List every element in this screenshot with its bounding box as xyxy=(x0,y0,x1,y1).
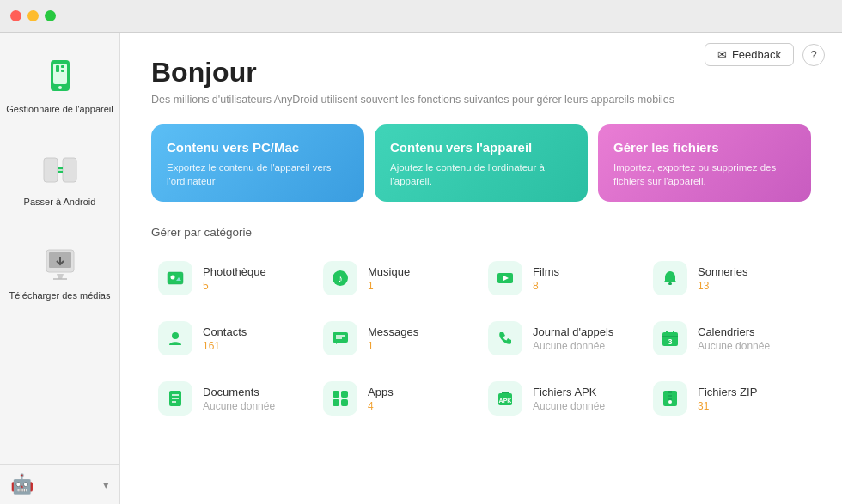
help-button[interactable]: ? xyxy=(802,44,825,66)
category-count-calendar: Aucune donnée xyxy=(698,340,770,352)
category-name-photos: Photothèque xyxy=(203,265,266,278)
sidebar-item-device-manager-label: Gestionnaire de l'appareil xyxy=(6,103,113,115)
category-name-music: Musique xyxy=(368,265,410,278)
category-name-calendar: Calendriers xyxy=(698,325,770,338)
category-item-zip[interactable]: Fichiers ZIP31 xyxy=(646,373,811,424)
sidebar-item-device-manager[interactable]: Gestionnaire de l'appareil xyxy=(0,50,119,122)
svg-rect-6 xyxy=(44,158,58,182)
category-name-documents: Documents xyxy=(203,386,275,398)
category-info-apps: Apps4 xyxy=(368,386,394,412)
calendar-icon: 3 xyxy=(653,321,687,355)
category-item-contacts[interactable]: Contacts161 xyxy=(151,313,316,364)
category-count-messages: 1 xyxy=(368,340,418,352)
category-item-documents[interactable]: DocumentsAucune donnée xyxy=(151,373,316,424)
photos-icon xyxy=(158,261,192,295)
svg-point-2 xyxy=(58,86,62,89)
switch-android-icon xyxy=(40,149,81,191)
category-info-zip: Fichiers ZIP31 xyxy=(698,386,757,412)
contacts-icon xyxy=(158,321,192,355)
category-name-apk: Fichiers APK xyxy=(533,386,605,398)
sidebar-item-switch-android-label: Passer à Android xyxy=(24,196,96,208)
svg-rect-32 xyxy=(333,391,339,398)
feature-card-manage-files[interactable]: Gérer les fichiers Importez, exportez ou… xyxy=(598,124,811,202)
svg-rect-41 xyxy=(668,398,672,400)
svg-rect-33 xyxy=(341,391,348,398)
feature-card-content-to-pc-desc: Exportez le contenu de l'appareil vers l… xyxy=(167,161,349,188)
category-name-calls: Journal d'appels xyxy=(533,325,613,338)
svg-rect-20 xyxy=(333,332,348,343)
category-name-contacts: Contacts xyxy=(203,325,247,338)
movies-icon xyxy=(488,261,522,295)
category-item-apps[interactable]: Apps4 xyxy=(316,373,481,424)
category-item-movies[interactable]: Films8 xyxy=(481,252,646,304)
chevron-down-icon[interactable]: ▾ xyxy=(103,478,109,491)
sidebar-bottom: 🤖 ▾ xyxy=(0,464,119,504)
svg-rect-34 xyxy=(333,399,339,406)
apk-icon: APK xyxy=(488,381,522,416)
app-body: Gestionnaire de l'appareil Passer à Andr… xyxy=(0,33,842,504)
feedback-envelope-icon: ✉ xyxy=(717,48,727,61)
category-info-calls: Journal d'appelsAucune donnée xyxy=(533,325,613,352)
category-count-calls: Aucune donnée xyxy=(533,340,613,352)
svg-rect-7 xyxy=(63,158,76,182)
category-info-apk: Fichiers APKAucune donnée xyxy=(533,386,605,412)
feature-card-content-to-device-desc: Ajoutez le contenu de l'ordinateur à l'a… xyxy=(390,161,572,188)
maximize-button[interactable] xyxy=(45,10,56,21)
category-info-ringtones: Sonneries13 xyxy=(698,265,748,292)
feature-card-content-to-device[interactable]: Contenu vers l'appareil Ajoutez le conte… xyxy=(375,124,588,202)
category-item-messages[interactable]: Messages1 xyxy=(316,313,481,364)
category-info-contacts: Contacts161 xyxy=(203,325,247,352)
category-count-apps: 4 xyxy=(368,400,394,412)
close-button[interactable] xyxy=(10,10,21,21)
sidebar-item-download-media-label: Télécharger des médias xyxy=(9,289,110,301)
ringtones-icon xyxy=(653,261,687,295)
svg-rect-40 xyxy=(668,395,672,397)
category-name-zip: Fichiers ZIP xyxy=(698,386,757,398)
category-item-apk[interactable]: APKFichiers APKAucune donnée xyxy=(481,373,646,424)
svg-text:♪: ♪ xyxy=(338,272,344,285)
feedback-label: Feedback xyxy=(732,48,781,61)
download-media-icon xyxy=(40,243,81,284)
feature-card-content-to-device-title: Contenu vers l'appareil xyxy=(390,140,572,155)
svg-rect-1 xyxy=(53,64,67,84)
svg-point-12 xyxy=(171,276,175,280)
category-grid: Photothèque5♪Musique1Films8Sonneries13Co… xyxy=(151,252,811,424)
top-bar: ✉ Feedback ? xyxy=(705,43,825,66)
help-label: ? xyxy=(810,48,816,61)
feature-cards: Contenu vers PC/Mac Exportez le contenu … xyxy=(151,124,811,202)
category-item-music[interactable]: ♪Musique1 xyxy=(316,252,481,304)
svg-text:APK: APK xyxy=(499,398,512,404)
svg-rect-5 xyxy=(61,70,64,72)
category-item-photos[interactable]: Photothèque5 xyxy=(151,252,316,304)
category-name-messages: Messages xyxy=(368,325,418,338)
category-item-calls[interactable]: Journal d'appelsAucune donnée xyxy=(481,313,646,364)
sidebar-item-download-media[interactable]: Télécharger des médias xyxy=(0,236,119,308)
music-icon: ♪ xyxy=(323,261,357,295)
feature-card-content-to-pc[interactable]: Contenu vers PC/Mac Exportez le contenu … xyxy=(151,124,364,202)
category-item-calendar[interactable]: 3CalendriersAucune donnée xyxy=(646,313,811,364)
svg-text:3: 3 xyxy=(668,337,672,346)
feedback-button[interactable]: ✉ Feedback xyxy=(705,43,794,66)
feature-card-manage-files-desc: Importez, exportez ou supprimez des fich… xyxy=(613,161,796,188)
category-count-zip: 31 xyxy=(698,400,757,412)
sidebar-item-switch-android[interactable]: Passer à Android xyxy=(0,143,119,215)
category-item-ringtones[interactable]: Sonneries13 xyxy=(646,252,811,304)
device-manager-icon xyxy=(40,57,81,98)
svg-rect-18 xyxy=(668,282,672,285)
sidebar: Gestionnaire de l'appareil Passer à Andr… xyxy=(0,33,120,504)
category-count-movies: 8 xyxy=(533,280,559,292)
category-info-calendar: CalendriersAucune donnée xyxy=(698,325,770,352)
content-area: ✉ Feedback ? Bonjour Des millions d'util… xyxy=(120,33,842,504)
feature-card-manage-files-title: Gérer les fichiers xyxy=(613,140,796,155)
minimize-button[interactable] xyxy=(27,10,39,21)
calls-icon xyxy=(488,321,522,355)
zip-icon xyxy=(653,381,687,416)
category-count-ringtones: 13 xyxy=(698,280,748,292)
svg-rect-3 xyxy=(56,65,59,72)
traffic-lights xyxy=(10,10,56,21)
svg-rect-35 xyxy=(341,399,348,406)
category-info-photos: Photothèque5 xyxy=(203,265,266,292)
category-count-music: 1 xyxy=(368,280,410,292)
svg-rect-4 xyxy=(61,65,64,68)
title-bar xyxy=(0,0,842,33)
